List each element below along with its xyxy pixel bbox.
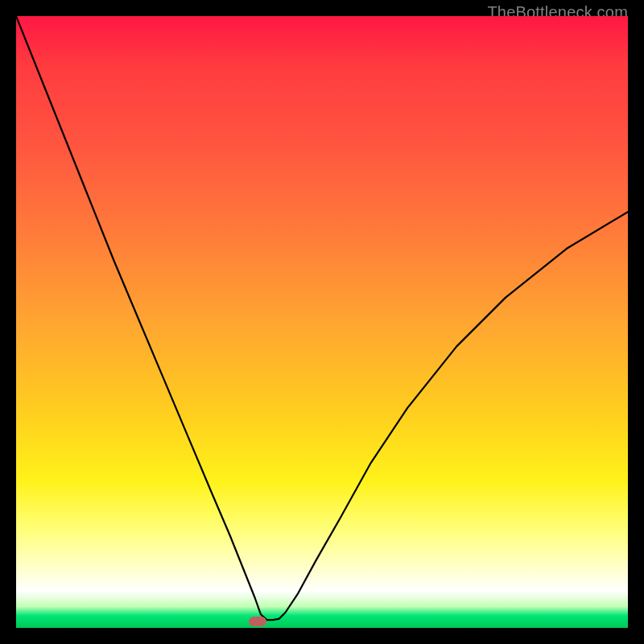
plot-area xyxy=(16,16,628,628)
bottleneck-curve xyxy=(16,16,628,628)
bottleneck-marker xyxy=(249,617,266,626)
chart-stage: TheBottleneck.com xyxy=(0,0,644,644)
